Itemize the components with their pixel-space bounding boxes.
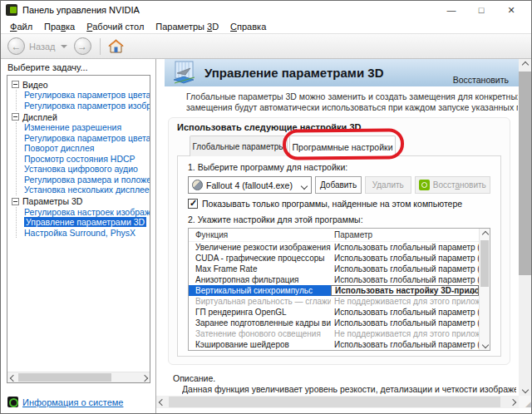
settings-table: Функция Параметр Увеличение резкости изо… [188,228,490,351]
scroll-right-icon[interactable] [139,372,150,383]
tree-horizontal-scrollbar[interactable] [7,372,150,382]
menu-3d-settings[interactable]: Параметры 3D [150,22,224,32]
tab-program-settings[interactable]: Программные настройки [289,136,396,157]
nvidia-control-panel-window: Панель управления NVIDIA — □ ✕ Файл Прав… [0,0,532,414]
tree-item[interactable]: Установка нескольких дисплеев [24,185,150,195]
scroll-up-icon[interactable] [519,59,531,71]
tree-item[interactable]: Регулировка параметров изображения д [24,101,150,111]
chevron-down-icon [301,183,308,190]
collapse-icon[interactable] [12,113,19,121]
system-info-icon [7,397,18,407]
back-history-dropdown-icon[interactable] [61,45,67,48]
3d-settings-page-icon [171,61,196,85]
minimize-button[interactable]: — [436,2,466,18]
restore-defaults-link[interactable]: Восстановить [453,75,509,85]
scroll-down-icon[interactable] [480,339,490,350]
page-header-band: Управление параметрами 3D Восстановить [165,59,519,86]
settings-panel: Использовать следующие настройки 3D. Гло… [168,117,510,365]
tree-group-display[interactable]: Дисплей [12,111,150,122]
home-icon [108,39,124,53]
tree-item[interactable]: Изменение разрешения [24,122,150,133]
tree-item[interactable]: Регулировка настроек изображения с пр [24,207,150,218]
system-info-link[interactable]: Информация о системе [22,397,123,407]
scrollbar-thumb[interactable] [169,397,500,407]
toolbar-separator [100,38,101,55]
table-vertical-scrollbar[interactable] [479,229,490,350]
checkbox-label: Показывать только программы, найденные н… [202,199,462,209]
menu-edit[interactable]: Правка [38,22,81,32]
scrollbar-thumb[interactable] [519,71,531,275]
tree-group-video[interactable]: Видео [12,79,150,90]
scrollbar-thumb[interactable] [18,373,111,382]
tree-item[interactable]: Просмотр состояния HDCP [24,154,150,165]
step1-label: 1. Выберите программу для настройки: [188,162,490,172]
description-title: Описание. [173,373,215,383]
add-program-button[interactable]: Добавить [315,176,362,194]
remove-program-button[interactable]: Удалить [365,176,411,194]
table-row[interactable]: Кэширование шейдеровИспользовать глобаль… [189,339,479,350]
home-button[interactable] [108,39,124,53]
sidebar-header: Выберите задачу... [7,62,88,72]
menu-file[interactable]: Файл [4,22,38,32]
section-heading: Использовать следующие настройки 3D. [177,122,364,132]
main-vertical-scrollbar[interactable] [519,59,531,396]
tree-group-3d-settings[interactable]: Параметры 3D [12,196,150,207]
tab-global-settings[interactable]: Глобальные параметры [190,136,288,156]
table-row[interactable]: Max Frame RateИспользовать глобальный па… [189,264,479,274]
description-text: Данная функция увеличивает уровень резко… [182,384,516,394]
tree-item-manage-3d-settings-selected[interactable]: Управление параметрами 3D [24,217,150,228]
show-only-found-programs-checkbox[interactable] [188,199,198,209]
main-content: Управление параметрами 3D Восстановить Г… [156,59,531,413]
table-row[interactable]: CUDA - графические процессорыИспользоват… [189,253,479,264]
collapse-icon[interactable] [12,198,19,205]
scroll-up-icon[interactable] [480,229,490,239]
menu-help[interactable]: Справка [224,22,272,32]
restore-program-button[interactable]: Восстановить [415,176,490,194]
forward-button[interactable]: → [74,37,91,55]
table-row[interactable]: Затенение фонового освещенияНе поддержив… [189,328,479,339]
page-title: Управление параметрами 3D [204,66,383,80]
menu-desktop[interactable]: Рабочий стол [81,22,150,32]
back-button[interactable]: ← [7,37,25,55]
table-row[interactable]: Анизотропная фильтрацияИспользовать глоб… [189,274,479,285]
param-value-combo[interactable]: Использовать настройку 3D-прилож [331,285,479,296]
program-select[interactable]: Fallout 4 (fallout4.exe) [188,176,312,194]
nvidia-eye-icon [419,180,430,190]
collapse-icon[interactable] [12,81,19,88]
program-settings-tabpage: 1. Выберите программу для настройки: Fal… [177,155,501,357]
tree-item[interactable]: Регулировка параметров цвета для виде [24,90,150,101]
scroll-down-icon[interactable] [519,384,531,396]
step2-label: 2. Укажите настройки для этой программы: [188,214,490,224]
table-row[interactable]: Увеличение резкости изображенияИспользов… [189,242,479,253]
forward-arrow-icon: → [77,42,87,52]
settings-tabs: Глобальные параметры Программные настрой… [190,136,397,156]
tree-item[interactable]: Установка цифрового аудио [24,164,150,175]
scroll-left-icon[interactable] [7,372,18,383]
scroll-right-icon[interactable] [507,396,519,408]
titlebar: Панель управления NVIDIA — □ ✕ [1,1,531,19]
page-intro-text: Глобальные параметры 3D можно заменить и… [186,91,518,113]
tree-item[interactable]: Настройка Surround, PhysX [24,228,150,239]
nvidia-app-icon [6,4,17,16]
maximize-button[interactable]: □ [466,2,496,18]
table-row[interactable]: Заранее подготовленные кадры вирту...Исп… [189,318,479,328]
tree-item[interactable]: Регулировка размера и положения рабо [24,175,150,185]
menubar: Файл Правка Рабочий стол Параметры 3D Сп… [1,19,531,34]
back-button-label: Назад [29,42,56,52]
table-row[interactable]: Виртуальная реальность — сглаживан...Не … [189,296,479,307]
back-arrow-icon: ← [12,42,22,52]
close-button[interactable]: ✕ [496,2,526,18]
table-header: Функция Параметр [189,229,479,242]
table-row-selected-vsync[interactable]: Вертикальный синхроимпульс Использовать … [189,285,479,296]
resize-grip[interactable]: ◢ [519,396,531,408]
navigation-toolbar: ← Назад → [1,34,531,59]
scrollbar-thumb[interactable] [480,240,489,287]
main-horizontal-scrollbar[interactable] [156,396,519,408]
task-sidebar: Выберите задачу... Видео Регулировка пар… [1,59,156,413]
show-only-found-programs-row: Показывать только программы, найденные н… [188,199,490,209]
scroll-left-icon[interactable] [156,396,168,408]
tree-item[interactable]: Поворот дисплея [24,143,150,154]
table-row[interactable]: ГП рендеринга OpenGLИспользовать глобаль… [189,307,479,318]
tree-item[interactable]: Регулировка параметров цвета рабочег [24,133,150,144]
fallout4-app-icon [192,180,203,190]
